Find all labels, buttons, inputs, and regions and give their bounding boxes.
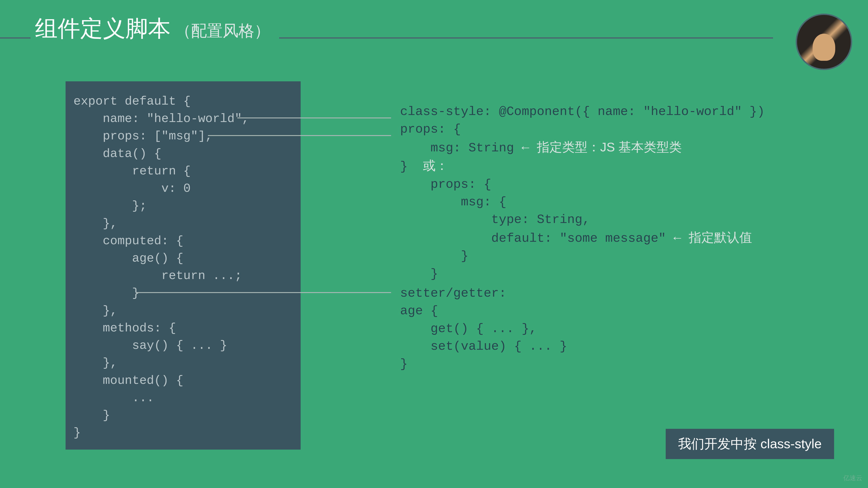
annotation-or: 或： — [423, 158, 448, 173]
code-line: } — [400, 355, 830, 373]
code-line: props: { — [400, 121, 830, 138]
annotation-type: 指定类型：JS 基本类型类 — [537, 140, 682, 154]
code-line: export default { — [73, 93, 293, 110]
code-line: msg: { — [400, 193, 830, 211]
code-line: name: "hello-world", — [73, 110, 293, 127]
footer-note-badge: 我们开发中按 class-style — [666, 429, 834, 459]
code-line: } — [73, 424, 293, 442]
slide-title: 组件定义脚本 （配置风格） — [35, 13, 270, 44]
presenter-avatar — [796, 13, 852, 70]
code-line: get() { ... }, — [400, 320, 830, 337]
code-line: } — [400, 247, 830, 265]
connector-line-1 — [237, 118, 391, 119]
code-line: }; — [73, 197, 293, 215]
code-line: v: 0 — [73, 180, 293, 197]
code-line: } — [73, 407, 293, 424]
right-code-block: class-style: @Component({ name: "hello-w… — [400, 103, 830, 373]
code-line: }, — [73, 354, 293, 372]
code-line: }, — [73, 302, 293, 320]
title-divider-left — [0, 37, 31, 39]
code-line: age { — [400, 302, 830, 320]
slide-header: 组件定义脚本 （配置风格） — [0, 13, 868, 44]
code-line: methods: { — [73, 320, 293, 337]
code-line: type: String, — [400, 211, 830, 228]
title-main: 组件定义脚本 — [35, 13, 170, 44]
left-code-block: export default { name: "hello-world", pr… — [66, 81, 301, 450]
annotation-default: 指定默认值 — [689, 230, 752, 245]
code-line: } — [400, 265, 830, 283]
title-divider-right — [279, 37, 773, 39]
code-line: set(value) { ... } — [400, 337, 830, 355]
code-line: }, — [73, 215, 293, 232]
connector-line-3 — [135, 292, 391, 293]
code-line: props: { — [400, 175, 830, 193]
arrow-icon: ← — [674, 231, 689, 246]
code-line: } 或： — [400, 157, 830, 175]
code-line: props: ["msg"], — [73, 127, 293, 145]
connector-line-2 — [208, 135, 391, 136]
code-line: msg: String ← 指定类型：JS 基本类型类 — [400, 138, 830, 157]
code-line: say() { ... } — [73, 337, 293, 354]
title-subtitle: （配置风格） — [175, 20, 270, 41]
code-line: return { — [73, 162, 293, 180]
code-line: class-style: @Component({ name: "hello-w… — [400, 103, 830, 121]
code-line: age() { — [73, 250, 293, 267]
arrow-icon: ← — [522, 141, 537, 155]
code-line: data() { — [73, 145, 293, 162]
code-line: return ...; — [73, 267, 293, 285]
code-line: setter/getter: — [400, 285, 830, 302]
code-line: computed: { — [73, 232, 293, 250]
code-line: ... — [73, 389, 293, 407]
code-line: mounted() { — [73, 372, 293, 389]
watermark-text: 亿速云 — [843, 474, 862, 482]
code-line: default: "some message" ← 指定默认值 — [400, 229, 830, 247]
code-line: } — [73, 285, 293, 302]
